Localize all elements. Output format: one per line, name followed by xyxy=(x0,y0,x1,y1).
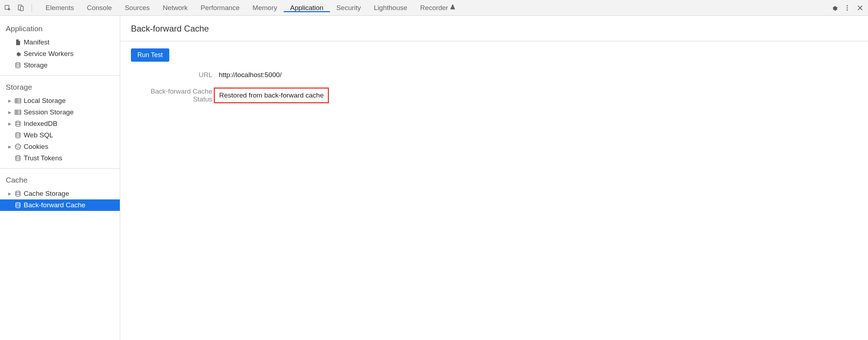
tab-recorder[interactable]: Recorder xyxy=(414,4,462,12)
status-label: Back-forward Cache Status xyxy=(131,88,219,103)
sidebar-item-back-forward-cache[interactable]: ▶ Back-forward Cache xyxy=(0,199,120,211)
sidebar-item-storage[interactable]: ▶ Storage xyxy=(0,60,120,71)
expand-arrow-icon[interactable]: ▶ xyxy=(7,192,12,196)
sidebar-item-cache-storage[interactable]: ▶ Cache Storage xyxy=(0,188,120,199)
tab-label: Memory xyxy=(253,4,277,12)
database-icon xyxy=(14,62,22,69)
url-value: http://localhost:5000/ xyxy=(219,71,282,79)
kebab-menu-icon[interactable] xyxy=(842,3,852,13)
svg-point-23 xyxy=(19,147,20,148)
svg-point-24 xyxy=(16,156,20,157)
svg-point-17 xyxy=(16,121,20,123)
sidebar-divider xyxy=(0,168,120,169)
sidebar-item-label: Service Workers xyxy=(24,50,74,58)
tab-performance[interactable]: Performance xyxy=(194,4,246,12)
tab-label: Console xyxy=(87,4,112,12)
svg-point-19 xyxy=(15,144,21,150)
svg-rect-2 xyxy=(20,6,23,11)
expand-arrow-icon[interactable]: ▶ xyxy=(7,145,12,149)
devtools-tabs: Elements Console Sources Network Perform… xyxy=(39,4,462,12)
sidebar-divider xyxy=(0,75,120,76)
sidebar-item-label: Session Storage xyxy=(24,108,74,116)
sidebar-item-label: Cache Storage xyxy=(24,190,69,198)
svg-point-18 xyxy=(16,133,20,134)
tab-label: Recorder xyxy=(420,4,448,12)
cookie-icon xyxy=(14,143,22,150)
sidebar-item-label: Cookies xyxy=(24,143,48,151)
tab-label: Sources xyxy=(125,4,150,12)
tab-lighthouse[interactable]: Lighthouse xyxy=(367,4,414,12)
database-icon xyxy=(14,202,22,209)
sidebar-item-label: Local Storage xyxy=(24,97,66,105)
expand-arrow-icon[interactable]: ▶ xyxy=(7,122,12,126)
tab-elements[interactable]: Elements xyxy=(39,4,80,12)
sidebar-item-service-workers[interactable]: ▶ Service Workers xyxy=(0,48,120,60)
table-icon xyxy=(14,97,22,104)
sidebar-item-session-storage[interactable]: ▶ Session Storage xyxy=(0,107,120,118)
sidebar-item-label: Trust Tokens xyxy=(24,154,62,162)
devtools-toolbar: Elements Console Sources Network Perform… xyxy=(0,0,868,16)
svg-point-4 xyxy=(846,7,848,8)
sidebar-item-cookies[interactable]: ▶ Cookies xyxy=(0,141,120,152)
svg-point-8 xyxy=(16,63,20,65)
svg-rect-13 xyxy=(15,110,21,114)
tab-label: Security xyxy=(336,4,361,12)
sidebar-item-trust-tokens[interactable]: ▶ Trust Tokens xyxy=(0,152,120,164)
database-icon xyxy=(14,190,22,197)
tab-label: Elements xyxy=(46,4,74,12)
url-label: URL xyxy=(131,71,219,79)
svg-point-20 xyxy=(16,146,18,147)
sidebar-item-web-sql[interactable]: ▶ Web SQL xyxy=(0,129,120,141)
database-icon xyxy=(14,155,22,162)
tab-label: Lighthouse xyxy=(374,4,407,12)
close-icon[interactable] xyxy=(855,3,865,13)
status-value: Restored from back-forward cache xyxy=(214,88,329,103)
tab-label: Performance xyxy=(201,4,240,12)
sidebar-section-storage: Storage xyxy=(0,80,120,95)
device-toggle-icon[interactable] xyxy=(16,3,26,13)
toolbar-divider xyxy=(32,4,32,12)
database-icon xyxy=(14,120,22,127)
toolbar-right xyxy=(829,3,865,13)
tab-sources[interactable]: Sources xyxy=(118,4,156,12)
application-sidebar: Application ▶ Manifest ▶ Service Workers… xyxy=(0,16,120,340)
expand-arrow-icon[interactable]: ▶ xyxy=(7,99,12,103)
sidebar-item-label: Back-forward Cache xyxy=(24,201,85,209)
sidebar-item-label: Manifest xyxy=(24,38,49,46)
tab-network[interactable]: Network xyxy=(156,4,194,12)
tab-console[interactable]: Console xyxy=(80,4,118,12)
sidebar-item-indexeddb[interactable]: ▶ IndexedDB xyxy=(0,118,120,129)
sidebar-item-label: Storage xyxy=(24,61,48,69)
sidebar-item-label: IndexedDB xyxy=(24,120,57,128)
sidebar-item-manifest[interactable]: ▶ Manifest xyxy=(0,37,120,48)
svg-point-22 xyxy=(17,147,18,148)
expand-arrow-icon[interactable]: ▶ xyxy=(7,110,12,115)
content-area: Application ▶ Manifest ▶ Service Workers… xyxy=(0,16,868,340)
tab-memory[interactable]: Memory xyxy=(246,4,284,12)
tab-label: Network xyxy=(163,4,188,12)
table-icon xyxy=(14,109,22,116)
settings-icon[interactable] xyxy=(829,3,839,13)
database-icon xyxy=(14,132,22,139)
svg-point-26 xyxy=(16,203,20,204)
info-table: URL http://localhost:5000/ Back-forward … xyxy=(131,71,857,103)
inspect-element-icon[interactable] xyxy=(3,3,13,13)
toolbar-left: Elements Console Sources Network Perform… xyxy=(3,3,462,13)
tab-security[interactable]: Security xyxy=(330,4,368,12)
document-icon xyxy=(14,39,22,46)
flask-icon xyxy=(450,4,455,12)
svg-point-21 xyxy=(18,145,19,146)
tab-application[interactable]: Application xyxy=(284,4,330,12)
svg-point-3 xyxy=(846,5,848,6)
sidebar-section-application: Application xyxy=(0,22,120,37)
svg-point-5 xyxy=(846,9,848,10)
sidebar-item-local-storage[interactable]: ▶ Local Storage xyxy=(0,95,120,107)
sidebar-item-label: Web SQL xyxy=(24,131,53,139)
svg-point-25 xyxy=(16,191,20,193)
run-test-button[interactable]: Run Test xyxy=(131,48,169,62)
main-panel: Back-forward Cache Run Test URL http://l… xyxy=(120,16,868,340)
info-row-url: URL http://localhost:5000/ xyxy=(131,71,857,79)
sidebar-section-cache: Cache xyxy=(0,173,120,188)
gear-icon xyxy=(14,50,22,57)
page-title: Back-forward Cache xyxy=(120,16,868,41)
